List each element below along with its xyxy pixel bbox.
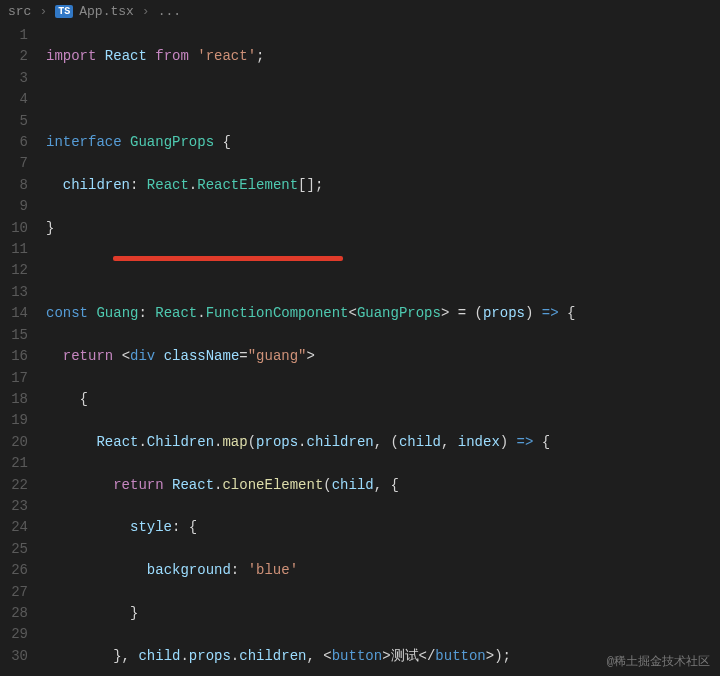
line-number: 9 <box>8 196 28 217</box>
line-number: 5 <box>8 111 28 132</box>
line-number: 30 <box>8 646 28 667</box>
ts-file-icon: TS <box>55 5 73 18</box>
line-number: 21 <box>8 453 28 474</box>
code-line: } <box>46 603 575 624</box>
line-number: 16 <box>8 346 28 367</box>
line-number: 6 <box>8 132 28 153</box>
code-line: style: { <box>46 517 575 538</box>
line-number: 4 <box>8 89 28 110</box>
code-line: background: 'blue' <box>46 560 575 581</box>
breadcrumb-file[interactable]: App.tsx <box>79 4 134 19</box>
annotation-underline <box>113 256 343 261</box>
line-number: 15 <box>8 325 28 346</box>
code-editor[interactable]: 1 2 3 4 5 6 7 8 9 10 11 12 13 14 15 16 1… <box>0 25 720 676</box>
code-line <box>46 260 575 281</box>
line-number: 23 <box>8 496 28 517</box>
chevron-right-icon: › <box>140 4 152 19</box>
breadcrumb-folder[interactable]: src <box>8 4 31 19</box>
line-number: 3 <box>8 68 28 89</box>
line-number: 25 <box>8 539 28 560</box>
line-number: 28 <box>8 603 28 624</box>
line-number: 8 <box>8 175 28 196</box>
line-number: 1 <box>8 25 28 46</box>
line-number: 11 <box>8 239 28 260</box>
line-number-gutter: 1 2 3 4 5 6 7 8 9 10 11 12 13 14 15 16 1… <box>0 25 46 676</box>
line-number: 29 <box>8 624 28 645</box>
watermark: @稀土掘金技术社区 <box>607 653 710 670</box>
code-line: }, child.props.children, <button>测试</but… <box>46 646 575 667</box>
line-number: 12 <box>8 260 28 281</box>
line-number: 13 <box>8 282 28 303</box>
code-line <box>46 89 575 110</box>
breadcrumb: src › TS App.tsx › ... <box>0 0 720 25</box>
line-number: 19 <box>8 410 28 431</box>
breadcrumb-trail[interactable]: ... <box>158 4 181 19</box>
line-number: 18 <box>8 389 28 410</box>
chevron-right-icon: › <box>37 4 49 19</box>
code-line: return <div className="guang"> <box>46 346 575 367</box>
line-number: 17 <box>8 368 28 389</box>
line-number: 20 <box>8 432 28 453</box>
code-line: children: React.ReactElement[]; <box>46 175 575 196</box>
code-line: } <box>46 218 575 239</box>
line-number: 24 <box>8 517 28 538</box>
line-number: 26 <box>8 560 28 581</box>
code-line: { <box>46 389 575 410</box>
code-line: interface GuangProps { <box>46 132 575 153</box>
code-line: import React from 'react'; <box>46 46 575 67</box>
line-number: 10 <box>8 218 28 239</box>
line-number: 7 <box>8 153 28 174</box>
code-line: const Guang: React.FunctionComponent<Gua… <box>46 303 575 324</box>
code-line: return React.cloneElement(child, { <box>46 475 575 496</box>
line-number: 14 <box>8 303 28 324</box>
line-number: 27 <box>8 582 28 603</box>
line-number: 22 <box>8 475 28 496</box>
line-number: 2 <box>8 46 28 67</box>
code-content[interactable]: import React from 'react'; interface Gua… <box>46 25 575 676</box>
code-line: React.Children.map(props.children, (chil… <box>46 432 575 453</box>
